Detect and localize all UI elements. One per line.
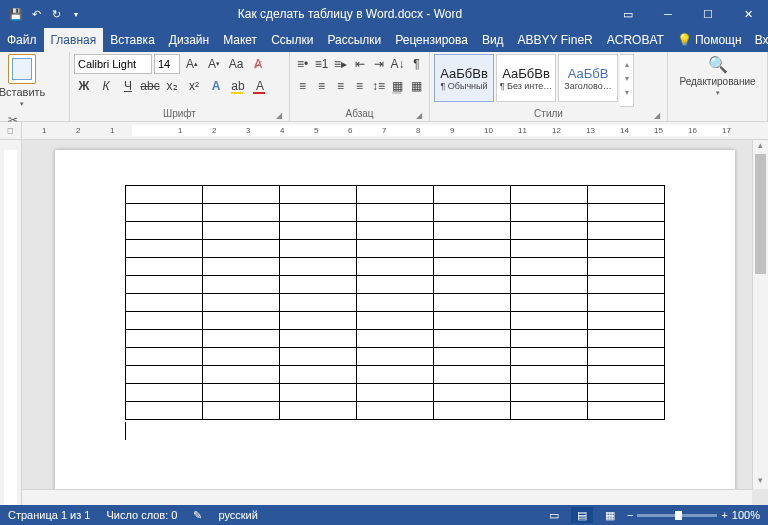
- table-cell[interactable]: [203, 186, 280, 204]
- table-row[interactable]: [126, 366, 665, 384]
- table-cell[interactable]: [588, 240, 665, 258]
- justify-icon[interactable]: ≡: [351, 76, 368, 96]
- table-cell[interactable]: [511, 384, 588, 402]
- sort-icon[interactable]: A↓: [389, 54, 406, 74]
- paste-button[interactable]: Вставить ▾: [4, 54, 40, 108]
- table-cell[interactable]: [357, 222, 434, 240]
- tab-home[interactable]: Главная: [44, 28, 104, 52]
- strike-button[interactable]: abc: [140, 76, 160, 96]
- tab-insert[interactable]: Вставка: [103, 28, 162, 52]
- table-cell[interactable]: [203, 204, 280, 222]
- horizontal-ruler[interactable]: 1211234567891011121314151617: [22, 122, 768, 140]
- table-cell[interactable]: [357, 186, 434, 204]
- zoom-in-icon[interactable]: +: [721, 509, 727, 521]
- table-cell[interactable]: [357, 384, 434, 402]
- table-cell[interactable]: [357, 366, 434, 384]
- table-cell[interactable]: [434, 366, 511, 384]
- style-item-2[interactable]: АаБбВЗаголово…: [558, 54, 618, 102]
- scroll-thumb[interactable]: [755, 154, 766, 274]
- print-layout-icon[interactable]: ▤: [571, 507, 593, 523]
- table-cell[interactable]: [434, 258, 511, 276]
- table-cell[interactable]: [434, 204, 511, 222]
- table-cell[interactable]: [357, 402, 434, 420]
- table-cell[interactable]: [280, 258, 357, 276]
- table-cell[interactable]: [126, 312, 203, 330]
- table-cell[interactable]: [511, 240, 588, 258]
- table-cell[interactable]: [280, 294, 357, 312]
- table-cell[interactable]: [511, 276, 588, 294]
- bold-button[interactable]: Ж: [74, 76, 94, 96]
- style-item-1[interactable]: АаБбВв¶ Без инте…: [496, 54, 556, 102]
- italic-button[interactable]: К: [96, 76, 116, 96]
- horizontal-scrollbar[interactable]: [22, 489, 752, 505]
- table-cell[interactable]: [126, 240, 203, 258]
- table-cell[interactable]: [434, 330, 511, 348]
- undo-icon[interactable]: ↶: [28, 6, 44, 22]
- table-cell[interactable]: [588, 276, 665, 294]
- table-cell[interactable]: [588, 222, 665, 240]
- ribbon-options-icon[interactable]: ▭: [608, 0, 648, 28]
- status-page[interactable]: Страница 1 из 1: [8, 509, 90, 521]
- table-cell[interactable]: [280, 204, 357, 222]
- table-cell[interactable]: [434, 348, 511, 366]
- table-cell[interactable]: [434, 240, 511, 258]
- decrease-indent-icon[interactable]: ⇤: [351, 54, 368, 74]
- table-cell[interactable]: [434, 384, 511, 402]
- change-case-icon[interactable]: Aa: [226, 54, 246, 74]
- scroll-up-icon[interactable]: ▴: [753, 140, 768, 154]
- table-row[interactable]: [126, 330, 665, 348]
- bullets-icon[interactable]: ≡•: [294, 54, 311, 74]
- tab-design[interactable]: Дизайн: [162, 28, 216, 52]
- table-cell[interactable]: [203, 240, 280, 258]
- tab-review[interactable]: Рецензирова: [388, 28, 475, 52]
- table-cell[interactable]: [588, 384, 665, 402]
- status-language[interactable]: русский: [218, 509, 257, 521]
- table-cell[interactable]: [126, 348, 203, 366]
- table-cell[interactable]: [203, 366, 280, 384]
- table-cell[interactable]: [434, 294, 511, 312]
- table-cell[interactable]: [511, 186, 588, 204]
- vertical-scrollbar[interactable]: ▴ ▾: [752, 140, 768, 489]
- tab-view[interactable]: Вид: [475, 28, 511, 52]
- table-cell[interactable]: [357, 240, 434, 258]
- table-cell[interactable]: [126, 204, 203, 222]
- table-cell[interactable]: [280, 384, 357, 402]
- tab-acrobat[interactable]: ACROBAT: [600, 28, 671, 52]
- shading-icon[interactable]: ▦: [389, 76, 406, 96]
- table-cell[interactable]: [357, 276, 434, 294]
- read-mode-icon[interactable]: ▭: [543, 507, 565, 523]
- qat-customize-icon[interactable]: ▾: [68, 6, 84, 22]
- table-cell[interactable]: [511, 312, 588, 330]
- table-cell[interactable]: [357, 258, 434, 276]
- font-name-select[interactable]: Calibri Light: [74, 54, 152, 74]
- table-row[interactable]: [126, 204, 665, 222]
- table-cell[interactable]: [126, 276, 203, 294]
- show-marks-icon[interactable]: ¶: [408, 54, 425, 74]
- tab-references[interactable]: Ссылки: [264, 28, 320, 52]
- table-cell[interactable]: [203, 312, 280, 330]
- table-cell[interactable]: [511, 204, 588, 222]
- table-row[interactable]: [126, 186, 665, 204]
- table-cell[interactable]: [511, 402, 588, 420]
- table-cell[interactable]: [280, 366, 357, 384]
- status-words[interactable]: Число слов: 0: [106, 509, 177, 521]
- table-cell[interactable]: [434, 276, 511, 294]
- line-spacing-icon[interactable]: ↕≡: [370, 76, 387, 96]
- table-cell[interactable]: [357, 330, 434, 348]
- styles-gallery-more[interactable]: ▴▾▾: [620, 54, 634, 107]
- paragraph-dialog-launcher[interactable]: ◢: [413, 109, 425, 121]
- numbering-icon[interactable]: ≡1: [313, 54, 330, 74]
- table-cell[interactable]: [203, 258, 280, 276]
- table-cell[interactable]: [511, 222, 588, 240]
- font-color-icon[interactable]: A: [250, 76, 270, 96]
- table-cell[interactable]: [126, 366, 203, 384]
- table-cell[interactable]: [126, 222, 203, 240]
- table-cell[interactable]: [511, 348, 588, 366]
- minimize-icon[interactable]: ─: [648, 0, 688, 28]
- font-size-select[interactable]: 14: [154, 54, 180, 74]
- increase-indent-icon[interactable]: ⇥: [370, 54, 387, 74]
- table-row[interactable]: [126, 312, 665, 330]
- zoom-slider[interactable]: [637, 514, 717, 517]
- table-cell[interactable]: [280, 276, 357, 294]
- table-cell[interactable]: [203, 276, 280, 294]
